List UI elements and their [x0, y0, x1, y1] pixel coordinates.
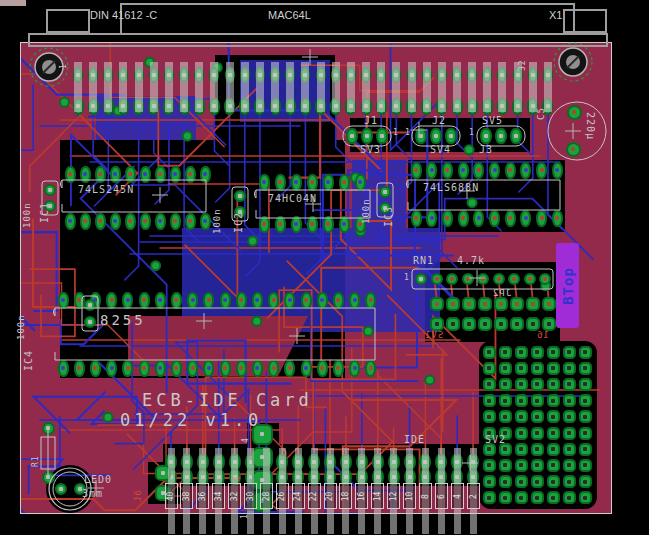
pad	[483, 362, 496, 375]
drill-hole	[414, 216, 418, 220]
drill-hole	[519, 350, 523, 354]
pad	[361, 128, 373, 144]
ic2-value: 74HC04N	[268, 193, 317, 204]
pad	[462, 273, 474, 285]
drill-hole	[288, 366, 292, 370]
pad	[307, 174, 318, 191]
drill-hole	[262, 180, 266, 184]
din-pin-metal	[544, 62, 552, 112]
pad	[426, 162, 437, 179]
pad	[355, 174, 366, 191]
c2-value: 100n	[212, 208, 222, 234]
pad	[155, 360, 166, 377]
sv4-label: SV4	[430, 144, 451, 155]
drill-hole	[583, 366, 587, 370]
drill-hole	[551, 399, 555, 403]
pad	[547, 394, 560, 407]
drill-hole	[336, 366, 340, 370]
drill-hole	[551, 447, 555, 451]
c5-value: 220µ	[585, 112, 596, 140]
pad	[531, 475, 544, 488]
drill-hole	[503, 366, 507, 370]
pad	[446, 297, 460, 311]
board-title-line2: 01/22 v1.0	[120, 410, 262, 430]
pad	[333, 360, 344, 377]
drill-hole	[519, 366, 523, 370]
din-pin-metal	[180, 62, 188, 112]
drill-hole	[567, 382, 571, 386]
drill-hole	[61, 366, 65, 370]
din-pin-metal	[271, 62, 279, 112]
ide-pin-number: 18	[339, 483, 352, 509]
drill-hole	[515, 302, 519, 306]
drill-hole	[567, 431, 571, 435]
pad	[489, 162, 500, 179]
ide-pin-number-text: 6	[437, 494, 446, 499]
pad	[547, 362, 560, 375]
pad	[579, 362, 592, 375]
drill-hole	[353, 298, 357, 302]
pad	[110, 166, 121, 183]
din-connector-body[interactable]	[120, 3, 575, 34]
drill-hole	[77, 298, 81, 302]
pad	[323, 216, 334, 233]
pad	[567, 105, 582, 120]
pad	[493, 273, 505, 285]
pad	[462, 317, 476, 331]
pad	[275, 174, 286, 191]
pad	[483, 491, 496, 504]
pad	[90, 360, 101, 377]
pad	[531, 427, 544, 440]
pad	[339, 216, 350, 233]
drill-hole	[419, 277, 423, 281]
drill-hole	[583, 350, 587, 354]
pad	[234, 190, 246, 202]
pad	[275, 216, 286, 233]
drill-hole	[326, 222, 330, 226]
j3-pin1: 1	[469, 128, 475, 137]
drill-hole	[519, 463, 523, 467]
j2-label: J2	[432, 115, 446, 126]
pad	[547, 459, 560, 472]
drill-hole	[239, 298, 243, 302]
pad	[346, 128, 358, 144]
ic4-ref: IC4	[23, 350, 34, 371]
drill-hole	[487, 399, 491, 403]
drill-hole	[451, 302, 455, 306]
drill-hole	[174, 298, 178, 302]
pad	[317, 292, 328, 309]
drill-hole	[487, 496, 491, 500]
pad	[333, 292, 344, 309]
drill-hole	[450, 277, 454, 281]
drill-hole	[272, 366, 276, 370]
pad	[495, 128, 507, 144]
pad	[431, 273, 443, 285]
eda-board-canvas[interactable]: DIN 41612 -C MAC64L X1 1 32 74LS245N IC1…	[0, 0, 649, 535]
pad	[515, 362, 528, 375]
pad	[185, 166, 196, 183]
drill-hole	[445, 168, 449, 172]
drill-hole	[88, 303, 92, 307]
ide-name-label: IDE	[404, 434, 425, 445]
pad	[563, 378, 576, 391]
drill-hole	[158, 219, 162, 223]
drill-hole	[531, 322, 535, 326]
btop-label-text: BTop	[560, 267, 576, 305]
ide-pin-number-text: 4	[453, 494, 462, 499]
ide-pin-number: 10	[403, 483, 416, 509]
din-pin-metal	[498, 62, 506, 112]
drill-hole	[567, 366, 571, 370]
drill-hole	[369, 298, 373, 302]
drill-hole	[555, 216, 559, 220]
pad	[284, 292, 295, 309]
drill-hole	[519, 415, 523, 419]
ide-pin-number: 20	[324, 483, 337, 509]
drill-hole	[326, 180, 330, 184]
btop-label-plate[interactable]: BTop	[556, 243, 579, 328]
din-pin-metal	[514, 62, 522, 112]
pad	[139, 292, 150, 309]
pad	[376, 128, 388, 144]
pad	[307, 216, 318, 233]
pad	[252, 360, 263, 377]
pad	[252, 292, 263, 309]
